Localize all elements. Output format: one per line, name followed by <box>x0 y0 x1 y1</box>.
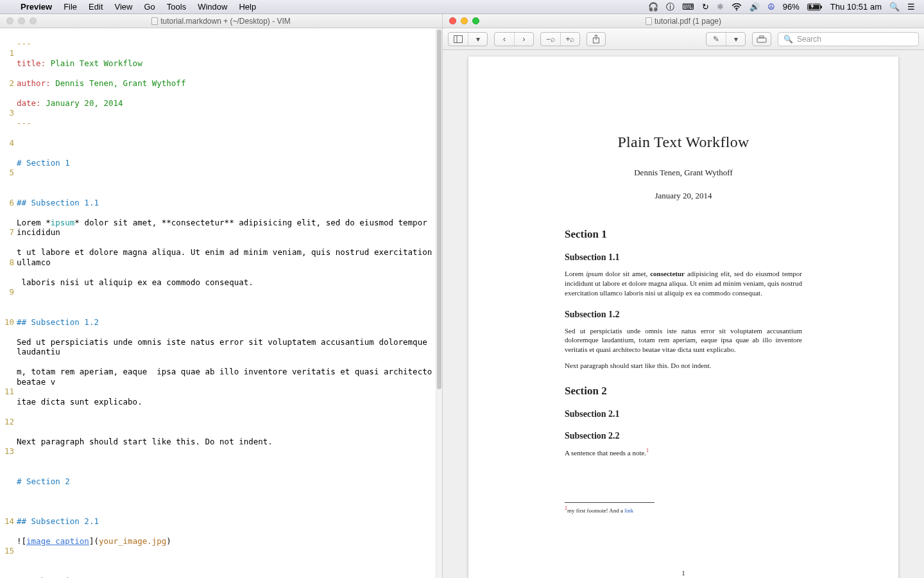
clock[interactable]: Thu 10:51 am <box>830 2 882 12</box>
maximize-icon[interactable] <box>30 17 37 24</box>
battery-percent: 96% <box>783 2 800 12</box>
menubar: Preview File Edit View Go Tools Window H… <box>0 0 924 14</box>
menu-file[interactable]: File <box>64 2 77 12</box>
scroll-thumb[interactable] <box>437 30 441 389</box>
vim-window: tutorial.markdown + (~/Desktop) - VIM 1 … <box>0 14 443 578</box>
volume-icon[interactable]: 🔊 <box>749 2 760 12</box>
preview-toolbar: ▾ ‹ › −⌕ +⌕ ✎ ▾ 🔍 Search <box>443 28 924 50</box>
close-icon[interactable] <box>6 17 13 24</box>
bluetooth-icon[interactable]: ✱ <box>717 2 724 12</box>
markup-button[interactable]: ✎ ▾ <box>706 32 746 46</box>
menu-list-icon[interactable]: ☰ <box>907 2 915 12</box>
svg-rect-5 <box>454 35 463 42</box>
vim-title: tutorial.markdown + (~/Desktop) - VIM <box>160 17 291 26</box>
maximize-icon[interactable] <box>472 17 479 24</box>
nav-buttons[interactable]: ‹ › <box>494 32 534 46</box>
vim-titlebar[interactable]: tutorial.markdown + (~/Desktop) - VIM <box>0 14 442 28</box>
preview-window: tutorial.pdf (1 page) ▾ ‹ › −⌕ +⌕ ✎ ▾ 🔍 … <box>443 14 924 578</box>
headphones-icon[interactable]: 🎧 <box>648 2 658 12</box>
preview-titlebar[interactable]: tutorial.pdf (1 page) <box>443 14 924 28</box>
paragraph: Sed ut perspiciatis unde omnis iste natu… <box>565 326 802 355</box>
svg-point-0 <box>736 9 737 10</box>
page-number: 1 <box>468 569 898 577</box>
doc-author: Dennis Tenen, Grant Wythoff <box>565 168 802 178</box>
pdf-icon <box>646 17 652 25</box>
svg-rect-3 <box>809 4 819 9</box>
battery-icon[interactable] <box>807 3 823 11</box>
toolbox-button[interactable] <box>752 32 771 46</box>
footnote-ref: 1 <box>646 448 649 453</box>
menu-app[interactable]: Preview <box>21 2 52 12</box>
footnote-link: link <box>624 507 633 514</box>
minimize-icon[interactable] <box>461 17 468 24</box>
paragraph: Next paragraph should start like this. D… <box>565 361 802 371</box>
line-gutter: 1 2 3 4 5 6 7 8 9 10 11 12 13 14 15 16 1… <box>0 28 17 578</box>
forward-button: › <box>514 33 533 46</box>
info-icon[interactable]: ⓘ <box>666 1 674 13</box>
paragraph: Lorem ipsum dolor sit amet, consectetur … <box>565 269 802 298</box>
doc-icon <box>151 17 158 25</box>
search-input[interactable]: 🔍 Search <box>778 32 919 46</box>
subsection-heading: Subsection 2.2 <box>565 431 802 441</box>
vim-editor[interactable]: 1 2 3 4 5 6 7 8 9 10 11 12 13 14 15 16 1… <box>0 28 442 578</box>
zoom-in-button: +⌕ <box>560 33 579 46</box>
search-icon: 🔍 <box>783 35 793 44</box>
code-area[interactable]: --- title: Plain Text Workflow author: D… <box>17 28 442 578</box>
scrollbar[interactable] <box>436 28 442 578</box>
svg-rect-9 <box>757 38 766 42</box>
minimize-icon[interactable] <box>18 17 25 24</box>
menu-tools[interactable]: Tools <box>167 2 186 12</box>
chevron-down-icon: ▾ <box>726 33 745 46</box>
menu-edit[interactable]: Edit <box>89 2 103 12</box>
pdf-viewport[interactable]: Plain Text Workflow Dennis Tenen, Grant … <box>443 50 924 578</box>
footnote: 1my first footnote! And a link <box>565 505 802 514</box>
spotlight-icon[interactable]: 🔍 <box>889 2 900 12</box>
zoom-buttons[interactable]: −⌕ +⌕ <box>540 32 580 46</box>
footnote-rule <box>565 502 654 503</box>
back-button: ‹ <box>495 33 514 46</box>
menu-view[interactable]: View <box>115 2 133 12</box>
subsection-heading: Subsection 1.2 <box>565 310 802 320</box>
doc-title: Plain Text Workflow <box>565 134 802 151</box>
chevron-down-icon: ▾ <box>468 33 487 46</box>
menu-window[interactable]: Window <box>198 2 227 12</box>
timemachine-icon[interactable]: ↻ <box>702 2 709 12</box>
wifi-icon[interactable] <box>732 3 742 11</box>
doc-date: January 20, 2014 <box>565 191 802 201</box>
search-placeholder: Search <box>797 35 821 44</box>
keyboard-icon[interactable]: ⌨ <box>682 2 694 12</box>
close-icon[interactable] <box>449 17 456 24</box>
subsection-heading: Subsection 2.1 <box>565 409 802 419</box>
menu-help[interactable]: Help <box>239 2 256 12</box>
pencil-icon: ✎ <box>706 33 726 46</box>
sidebar-view-button[interactable]: ▾ <box>448 32 488 46</box>
pdf-page: Plain Text Workflow Dennis Tenen, Grant … <box>468 57 898 578</box>
paragraph: A sentence that needs a note.1 <box>565 448 802 458</box>
section-heading: Section 1 <box>565 228 802 241</box>
svg-rect-2 <box>821 6 822 8</box>
subsection-heading: Subsection 1.1 <box>565 252 802 263</box>
preview-title: tutorial.pdf (1 page) <box>654 17 721 26</box>
menu-go[interactable]: Go <box>144 2 155 12</box>
zoom-out-button: −⌕ <box>541 33 560 46</box>
peace-icon[interactable]: ☮ <box>767 2 775 12</box>
share-button[interactable] <box>586 32 606 46</box>
svg-rect-10 <box>760 36 764 38</box>
section-heading: Section 2 <box>565 385 802 398</box>
